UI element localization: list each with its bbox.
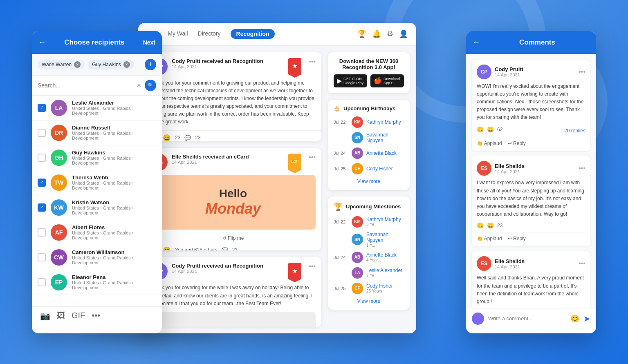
comment-reaction-count-1: 62 — [497, 127, 502, 132]
comment-reactions-1: 😊 😄 62 20 replies — [477, 125, 585, 134]
user-icon[interactable]: 👤 — [399, 29, 408, 38]
checkbox-leslie[interactable]: ✓ — [38, 104, 46, 112]
checkbox-kristin[interactable]: ✓ — [38, 203, 46, 212]
user-name: Eleanor Pena — [72, 274, 156, 280]
milestone-item-4: LA Leslie Alexander 7 Ye... — [334, 267, 404, 279]
tab-recognition[interactable]: Recognition — [231, 29, 275, 39]
user-info-kristin: Kristin Watson United States › Grand Rap… — [72, 199, 156, 215]
left-panel-header: ← Choose recipients Next — [32, 31, 162, 54]
checkbox-eleanor[interactable] — [38, 278, 46, 286]
milestone-name-3: Annette Black — [366, 252, 397, 258]
milestone-date-3: Jul 24 — [334, 255, 348, 260]
birthdays-view-more[interactable]: View more — [334, 179, 404, 184]
app-card-title: Download the NEW 360 Recognition 3.0 App… — [334, 58, 404, 70]
user-location: United States › Grand Rapids › Developme… — [72, 280, 156, 290]
search-input[interactable] — [38, 82, 133, 89]
emoji-picker-icon[interactable]: 😊 — [570, 314, 579, 323]
clear-search-button[interactable]: ✕ — [137, 82, 141, 89]
add-recipient-button[interactable]: + — [145, 59, 156, 70]
milestones-view-more[interactable]: View more — [334, 298, 404, 304]
back-button[interactable]: ← — [38, 38, 46, 47]
replies-count-1[interactable]: 20 replies — [564, 128, 585, 134]
comment-emoji-2a: 😊 — [477, 222, 484, 229]
comments-back-button[interactable]: ← — [473, 38, 480, 47]
next-button[interactable]: Next — [143, 39, 155, 46]
birthday-date-3: Jul 24 — [334, 151, 348, 156]
post-date-1: 14 Apr, 2021 — [172, 64, 263, 69]
birthday-avatar-3: AB — [352, 147, 363, 159]
ecard-image: Hello Monday — [150, 175, 316, 230]
checkbox-guy[interactable] — [38, 154, 46, 162]
tag-guy-hawkins[interactable]: Guy Hawkins ✕ — [88, 60, 134, 69]
more-options-icon[interactable]: ••• — [92, 311, 100, 320]
post-reactions-2: 👍 😊 You and 625 others 💬 23 — [145, 243, 321, 251]
user-location: United States › Grand Rapids › Developme… — [72, 230, 156, 240]
comment-more-1[interactable]: ••• — [579, 68, 585, 76]
post-card-3: CP Cody Pruitt received an Recognition 1… — [145, 257, 321, 326]
tab-my-wall[interactable]: My Wall — [168, 30, 188, 38]
post-more-1[interactable]: ••• — [309, 58, 316, 65]
list-item[interactable]: GH Guy Hawkins United States › Grand Rap… — [32, 145, 162, 170]
comment-count-2: 23 — [232, 247, 238, 250]
send-comment-button[interactable]: ➤ — [583, 314, 590, 324]
comment-applaud-1[interactable]: 👏 Applaud — [477, 141, 502, 146]
flip-button[interactable]: ↺ Flip me — [145, 234, 321, 243]
bell-icon[interactable]: 🔔 — [372, 29, 381, 38]
post-header-2: ES Elle Sheilds received an eCard 14 Apr… — [145, 148, 321, 175]
google-play-button[interactable]: ▶ GET IT ON Google Play — [334, 74, 367, 87]
checkbox-dianne[interactable] — [38, 129, 46, 137]
list-item[interactable]: EP Eleanor Pena United States › Grand Ra… — [32, 270, 162, 295]
settings-icon[interactable]: ⚙ — [387, 29, 393, 38]
list-item[interactable]: ✓ LA Leslie Alexander United States › Gr… — [32, 96, 162, 121]
comments-list: CP Cody Pruitt 14 Apr, 2021 ••• WOW! I'm… — [466, 54, 596, 308]
milestones-title: 🏆 Upcoming Milestones — [334, 202, 404, 211]
comment-name-2: Elle Sheilds — [495, 163, 525, 169]
comment-name-3: Elle Sheilds — [495, 258, 525, 264]
checkbox-cameron[interactable] — [38, 253, 46, 261]
comment-input[interactable] — [488, 315, 566, 322]
comment-reaction-count-2: 23 — [497, 223, 502, 228]
comment-applaud-2[interactable]: 👏 Applaud — [477, 236, 502, 241]
list-item[interactable]: DR Dianne Russell United States › Grand … — [32, 121, 162, 145]
list-item[interactable]: AF Albert Flores United States › Grand R… — [32, 220, 162, 245]
milestone-name-5: Cody Fisher — [366, 283, 393, 289]
post-card-2: ES Elle Sheilds received an eCard 14 Apr… — [145, 148, 321, 251]
camera-icon[interactable]: 📷 — [40, 311, 50, 321]
comment-reply-2[interactable]: ↩ Reply — [508, 236, 526, 241]
google-play-icon: ▶ — [337, 77, 342, 85]
panel-title: Choose recipients — [51, 38, 138, 47]
avatar-kristin: KW — [51, 199, 67, 216]
checkbox-theresa[interactable]: ✓ — [38, 179, 46, 187]
comments-header: ← Comments — [466, 31, 596, 54]
gif-icon[interactable]: GIF — [72, 311, 85, 320]
list-item[interactable]: ✓ KW Kristin Watson United States › Gran… — [32, 195, 162, 220]
milestone-name-2: Savannah Nguyen — [366, 232, 404, 243]
post-more-2[interactable]: ••• — [309, 154, 316, 161]
comment-reply-1[interactable]: ↩ Reply — [508, 141, 526, 146]
comment-camera-icon[interactable]: 📷 — [472, 332, 481, 333]
post-image-placeholder — [150, 312, 316, 327]
comment-more-2[interactable]: ••• — [579, 165, 585, 172]
list-item[interactable]: CW Cameron Williamson United States › Gr… — [32, 245, 162, 270]
checkbox-albert[interactable] — [38, 228, 46, 237]
milestone-avatar-2: SN — [352, 234, 363, 245]
tab-directory[interactable]: Directory — [198, 30, 221, 38]
post-badge-3: ★ — [288, 263, 301, 279]
search-submit-button[interactable]: 🔍 — [145, 80, 156, 91]
remove-guy-hawkins[interactable]: ✕ — [123, 61, 130, 68]
main-content: CP Cody Pruitt received an Recognition 1… — [138, 46, 416, 333]
birthday-name-1: Kathryn Murphy — [366, 119, 401, 125]
post-more-3[interactable]: ••• — [309, 263, 316, 270]
image-icon[interactable]: 🖼 — [57, 311, 65, 320]
app-store-button[interactable]: 🍎 Download App S... — [370, 74, 404, 87]
list-item[interactable]: ✓ TW Theresa Webb United States › Grand … — [32, 170, 162, 195]
reaction-count-2: You and 625 others — [175, 247, 218, 250]
post-meta-1: Cody Pruitt received an Recognition 14 A… — [172, 58, 263, 69]
avatar-eleanor: EP — [51, 274, 67, 290]
remove-wade-warren[interactable]: ✕ — [74, 61, 81, 68]
tag-wade-warren[interactable]: Wade Warren ✕ — [38, 60, 85, 69]
user-name: Theresa Webb — [72, 174, 156, 181]
comment-more-3[interactable]: ••• — [579, 260, 585, 267]
trophy-icon[interactable]: 🏆 — [357, 29, 366, 38]
milestone-avatar-4: LA — [352, 267, 363, 279]
